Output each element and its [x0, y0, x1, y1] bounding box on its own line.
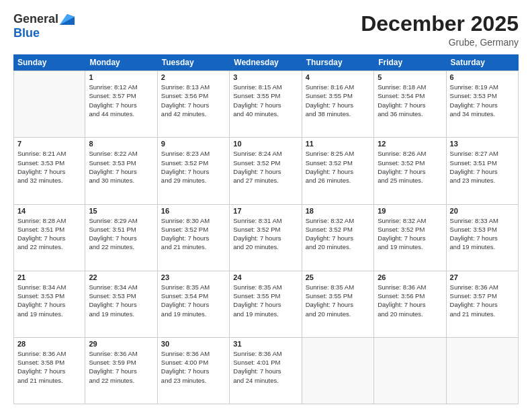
day-number: 16 [161, 207, 226, 215]
calendar-header-cell: Tuesday [158, 54, 230, 71]
logo-text: General [13, 12, 75, 26]
day-number: 13 [450, 140, 515, 148]
header: General Blue December 2025 Grube, German… [13, 12, 519, 48]
day-number: 22 [89, 273, 153, 281]
day-info: Sunrise: 8:34 AM Sunset: 3:53 PM Dayligh… [89, 283, 153, 318]
day-number: 11 [306, 140, 370, 148]
day-number: 1 [89, 73, 153, 81]
day-info: Sunrise: 8:35 AM Sunset: 3:55 PM Dayligh… [306, 283, 370, 318]
day-number: 15 [89, 207, 153, 215]
day-number: 14 [17, 207, 81, 215]
day-info: Sunrise: 8:32 AM Sunset: 3:52 PM Dayligh… [306, 216, 370, 252]
day-number: 21 [17, 273, 81, 281]
day-number: 25 [306, 273, 370, 281]
calendar-cell: 15Sunrise: 8:29 AM Sunset: 3:51 PM Dayli… [85, 205, 157, 271]
day-info: Sunrise: 8:34 AM Sunset: 3:53 PM Dayligh… [17, 283, 81, 318]
calendar-cell: 9Sunrise: 8:23 AM Sunset: 3:52 PM Daylig… [158, 138, 230, 203]
calendar-cell: 10Sunrise: 8:24 AM Sunset: 3:52 PM Dayli… [230, 138, 302, 203]
day-info: Sunrise: 8:36 AM Sunset: 3:56 PM Dayligh… [378, 283, 442, 318]
day-info: Sunrise: 8:35 AM Sunset: 3:55 PM Dayligh… [233, 283, 298, 318]
calendar-cell [302, 338, 374, 404]
calendar-cell: 3Sunrise: 8:15 AM Sunset: 3:55 PM Daylig… [230, 71, 302, 137]
day-info: Sunrise: 8:18 AM Sunset: 3:54 PM Dayligh… [378, 83, 442, 118]
day-number: 24 [233, 273, 298, 281]
logo-blue: Blue [13, 26, 40, 40]
calendar-cell: 26Sunrise: 8:36 AM Sunset: 3:56 PM Dayli… [374, 271, 446, 337]
day-number: 18 [306, 207, 370, 215]
calendar-cell: 2Sunrise: 8:13 AM Sunset: 3:56 PM Daylig… [158, 71, 230, 137]
calendar-cell: 16Sunrise: 8:30 AM Sunset: 3:52 PM Dayli… [158, 205, 230, 271]
calendar-cell: 20Sunrise: 8:33 AM Sunset: 3:53 PM Dayli… [447, 205, 519, 271]
day-number: 20 [450, 207, 515, 215]
day-info: Sunrise: 8:13 AM Sunset: 3:56 PM Dayligh… [161, 83, 226, 118]
day-number: 2 [161, 73, 226, 81]
day-info: Sunrise: 8:27 AM Sunset: 3:51 PM Dayligh… [450, 149, 515, 185]
day-info: Sunrise: 8:16 AM Sunset: 3:55 PM Dayligh… [306, 83, 370, 118]
day-number: 26 [378, 273, 442, 281]
logo-icon [60, 14, 75, 25]
calendar-header-cell: Monday [85, 54, 157, 71]
day-info: Sunrise: 8:35 AM Sunset: 3:54 PM Dayligh… [161, 283, 226, 318]
day-number: 12 [378, 140, 442, 148]
calendar-cell: 25Sunrise: 8:35 AM Sunset: 3:55 PM Dayli… [302, 271, 374, 337]
day-info: Sunrise: 8:21 AM Sunset: 3:53 PM Dayligh… [17, 149, 81, 185]
day-info: Sunrise: 8:25 AM Sunset: 3:52 PM Dayligh… [306, 149, 370, 185]
calendar-cell: 19Sunrise: 8:32 AM Sunset: 3:52 PM Dayli… [374, 205, 446, 271]
day-info: Sunrise: 8:32 AM Sunset: 3:52 PM Dayligh… [378, 216, 442, 252]
logo: General Blue [13, 12, 75, 40]
calendar-header-cell: Friday [374, 54, 446, 71]
day-number: 31 [233, 340, 298, 348]
calendar-cell: 8Sunrise: 8:22 AM Sunset: 3:53 PM Daylig… [85, 138, 157, 203]
calendar-cell: 30Sunrise: 8:36 AM Sunset: 4:00 PM Dayli… [158, 338, 230, 404]
day-number: 5 [378, 73, 442, 81]
calendar-cell: 18Sunrise: 8:32 AM Sunset: 3:52 PM Dayli… [302, 205, 374, 271]
day-info: Sunrise: 8:19 AM Sunset: 3:53 PM Dayligh… [450, 83, 515, 118]
calendar-row: 14Sunrise: 8:28 AM Sunset: 3:51 PM Dayli… [13, 205, 519, 271]
day-number: 4 [306, 73, 370, 81]
calendar-cell: 31Sunrise: 8:36 AM Sunset: 4:01 PM Dayli… [230, 338, 302, 404]
calendar-cell: 5Sunrise: 8:18 AM Sunset: 3:54 PM Daylig… [374, 71, 446, 137]
day-number: 27 [450, 273, 515, 281]
calendar-cell: 6Sunrise: 8:19 AM Sunset: 3:53 PM Daylig… [447, 71, 519, 137]
day-info: Sunrise: 8:22 AM Sunset: 3:53 PM Dayligh… [89, 149, 153, 185]
calendar-cell: 22Sunrise: 8:34 AM Sunset: 3:53 PM Dayli… [85, 271, 157, 337]
title-section: December 2025 Grube, Germany [361, 12, 519, 48]
calendar-cell: 29Sunrise: 8:36 AM Sunset: 3:59 PM Dayli… [85, 338, 157, 404]
day-number: 29 [89, 340, 153, 348]
day-info: Sunrise: 8:12 AM Sunset: 3:57 PM Dayligh… [89, 83, 153, 118]
calendar-row: 1Sunrise: 8:12 AM Sunset: 3:57 PM Daylig… [13, 71, 519, 138]
day-info: Sunrise: 8:36 AM Sunset: 4:00 PM Dayligh… [161, 349, 226, 385]
calendar-header-cell: Thursday [302, 54, 374, 71]
calendar-cell: 7Sunrise: 8:21 AM Sunset: 3:53 PM Daylig… [13, 138, 85, 203]
calendar: SundayMondayTuesdayWednesdayThursdayFrid… [13, 54, 519, 404]
calendar-cell [13, 71, 85, 137]
day-info: Sunrise: 8:36 AM Sunset: 3:57 PM Dayligh… [450, 283, 515, 318]
calendar-body: 1Sunrise: 8:12 AM Sunset: 3:57 PM Daylig… [13, 71, 519, 404]
calendar-row: 7Sunrise: 8:21 AM Sunset: 3:53 PM Daylig… [13, 138, 519, 204]
calendar-cell [374, 338, 446, 404]
calendar-cell: 1Sunrise: 8:12 AM Sunset: 3:57 PM Daylig… [85, 71, 157, 137]
calendar-header-cell: Wednesday [230, 54, 302, 71]
subtitle: Grube, Germany [361, 37, 519, 48]
day-number: 17 [233, 207, 298, 215]
day-number: 9 [161, 140, 226, 148]
day-number: 30 [161, 340, 226, 348]
day-info: Sunrise: 8:33 AM Sunset: 3:53 PM Dayligh… [450, 216, 515, 252]
calendar-cell: 23Sunrise: 8:35 AM Sunset: 3:54 PM Dayli… [158, 271, 230, 337]
day-info: Sunrise: 8:26 AM Sunset: 3:52 PM Dayligh… [378, 149, 442, 185]
day-info: Sunrise: 8:36 AM Sunset: 3:58 PM Dayligh… [17, 349, 81, 385]
calendar-cell [447, 338, 519, 404]
day-number: 3 [233, 73, 298, 81]
day-info: Sunrise: 8:31 AM Sunset: 3:52 PM Dayligh… [233, 216, 298, 252]
calendar-cell: 13Sunrise: 8:27 AM Sunset: 3:51 PM Dayli… [447, 138, 519, 203]
calendar-header-cell: Saturday [447, 54, 519, 71]
day-info: Sunrise: 8:30 AM Sunset: 3:52 PM Dayligh… [161, 216, 226, 252]
day-number: 7 [17, 140, 81, 148]
day-info: Sunrise: 8:29 AM Sunset: 3:51 PM Dayligh… [89, 216, 153, 252]
day-number: 10 [233, 140, 298, 148]
day-info: Sunrise: 8:36 AM Sunset: 3:59 PM Dayligh… [89, 349, 153, 385]
day-number: 19 [378, 207, 442, 215]
day-number: 8 [89, 140, 153, 148]
calendar-cell: 24Sunrise: 8:35 AM Sunset: 3:55 PM Dayli… [230, 271, 302, 337]
day-info: Sunrise: 8:36 AM Sunset: 4:01 PM Dayligh… [233, 349, 298, 385]
